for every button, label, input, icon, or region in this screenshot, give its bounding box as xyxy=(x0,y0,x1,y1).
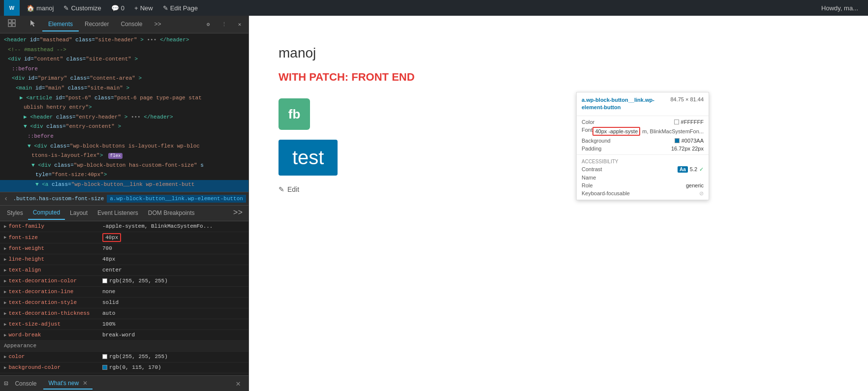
page-content: manoj WITH PATCH: FRONT END fb test ✎ Ed… xyxy=(249,16,868,391)
element-tooltip: a.wp-block-button__link.wp-element-butto… xyxy=(576,92,709,200)
tab-computed[interactable]: Computed xyxy=(28,206,65,220)
more-options-icon[interactable]: ⋮ xyxy=(217,18,231,31)
edit-link[interactable]: ✎ Edit xyxy=(279,185,838,193)
font-highlight: 40px -apple-syste xyxy=(592,127,640,136)
close-devtools-icon[interactable]: ✕ xyxy=(233,18,247,31)
devtools-panel: Elements Recorder Console >> ⚙ ⋮ ✕ <head… xyxy=(0,16,249,391)
tooltip-row-keyboard: Keyboard-focusable ⊘ xyxy=(582,189,704,198)
tooltip-row-font: Font 40px -apple-system, BlinkMacSystemF… xyxy=(582,126,704,137)
settings-icon[interactable]: ⚙ xyxy=(201,18,215,31)
aa-badge: Aa xyxy=(678,166,688,173)
computed-row-text-decoration-color: ▶text-decoration-color rgb(255, 255, 255… xyxy=(0,276,248,287)
tree-line[interactable]: tyle="font-size:40px"> xyxy=(0,170,248,180)
svg-text:W: W xyxy=(9,5,15,11)
tooltip-selector: a.wp-block-button__link.wp-element-butto… xyxy=(582,96,660,112)
breadcrumb-arrow-right[interactable]: › xyxy=(246,195,248,203)
edit-icon: ✎ xyxy=(163,4,168,12)
tree-line[interactable]: ttons-is-layout-flex"> flex xyxy=(0,151,248,161)
tree-line[interactable]: ▶ <header class="entry-header" > ••• </h… xyxy=(0,113,248,122)
devtools-top-tabs: Elements Recorder Console >> ⚙ ⋮ ✕ xyxy=(0,16,248,33)
computed-panel[interactable]: ▶font-family -apple-system, BlinkMacSyst… xyxy=(0,221,248,376)
devtools-icons: ⚙ ⋮ ✕ xyxy=(201,18,247,31)
breadcrumb-arrow-left[interactable]: ‹ xyxy=(2,195,10,203)
breadcrumb-item-1[interactable]: .button.has-custom-font-size xyxy=(10,195,107,203)
devtools-inspect-icon xyxy=(8,22,16,29)
tab-whats-new[interactable]: What's new ✕ xyxy=(43,378,93,390)
computed-row-word-break: ▶word-break break-word xyxy=(0,330,248,341)
comments-link[interactable]: 💬 0 xyxy=(106,0,129,16)
bottom-bar: ⊡ Console What's new ✕ ✕ xyxy=(0,375,248,391)
tree-line[interactable]: ublish hentry entry"> xyxy=(0,103,248,113)
computed-row-line-height: ▶line-height 48px xyxy=(0,254,248,265)
keyboard-focusable-icon: ⊘ xyxy=(699,190,704,197)
tab-event-listeners[interactable]: Event Listeners xyxy=(93,207,143,219)
computed-row-font-weight: ▶font-weight 700 xyxy=(0,243,248,254)
tree-line-selected[interactable]: ▼ <a class="wp-block-button__link wp-ele… xyxy=(0,180,248,190)
breadcrumb-bar: ‹ .button.has-custom-font-size a.wp-bloc… xyxy=(0,192,248,206)
computed-row-text-align: ▶text-align center xyxy=(0,265,248,276)
svg-rect-2 xyxy=(8,20,11,23)
tab-more-style[interactable]: >> xyxy=(229,209,247,217)
wp-admin-bar: W 🏠 manoj ✎ Customize 💬 0 + New ✎ Edit P… xyxy=(0,0,868,16)
computed-row-text-decoration-thickness: ▶text-decoration-thickness auto xyxy=(0,308,248,319)
tab-layout[interactable]: Layout xyxy=(65,207,93,219)
tab-styles[interactable]: Styles xyxy=(2,207,28,219)
tree-line[interactable]: <div id="content" class="site-content" > xyxy=(0,55,248,64)
tooltip-color-swatch xyxy=(674,120,679,124)
computed-row-text-decoration-style: ▶text-decoration-style solid xyxy=(0,298,248,308)
color-swatch-2 xyxy=(102,354,107,359)
computed-row-text-size-adjust: ▶text-size-adjust 100% xyxy=(0,319,248,330)
computed-row-background-color: ▶background-color rgb(0, 115, 170) xyxy=(0,362,248,373)
tree-line[interactable]: ▼ <div class="wp-block-button has-custom… xyxy=(0,161,248,171)
tree-line[interactable]: <div id="primary" class="content-area" > xyxy=(0,74,248,84)
color-swatch xyxy=(102,278,107,283)
tooltip-row-name: Name xyxy=(582,174,704,181)
tab-recorder[interactable] xyxy=(2,16,24,32)
fb-button[interactable]: fb xyxy=(279,98,310,130)
computed-row-color: ▶color rgb(255, 255, 255) xyxy=(0,352,248,362)
bg-color-swatch xyxy=(102,365,107,370)
tab-cursor[interactable] xyxy=(24,17,42,32)
tooltip-row-color: Color #FFFFFF xyxy=(582,118,704,126)
tab-recorder[interactable]: Recorder xyxy=(79,18,115,31)
page-title: manoj xyxy=(279,45,838,61)
close-bottom-bar[interactable]: ✕ xyxy=(232,379,245,389)
tree-line[interactable]: ▶ <article id="post-6" class="post-6 pag… xyxy=(0,93,248,103)
tree-line[interactable]: ▼ <div class="entry-content" > xyxy=(0,122,248,132)
tree-line[interactable]: <header id="masthead" class="site-header… xyxy=(0,35,248,45)
svg-marker-6 xyxy=(31,20,35,27)
tab-elements[interactable]: Elements xyxy=(42,18,79,31)
test-button[interactable]: test xyxy=(279,140,338,176)
plus-icon: + xyxy=(134,4,138,12)
edit-page-link[interactable]: ✎ Edit Page xyxy=(158,0,203,16)
tree-line[interactable]: ▼ <div class="wp-block-buttons is-layout… xyxy=(0,142,248,151)
tab-console[interactable]: Console xyxy=(115,18,148,31)
wp-logo-icon[interactable]: W xyxy=(4,0,20,16)
tree-line[interactable]: <!-- #masthead --> xyxy=(0,45,248,55)
tab-dom-breakpoints[interactable]: DOM Breakpoints xyxy=(143,207,200,219)
pencil-icon: ✎ xyxy=(279,185,284,193)
computed-row-font-size: ▶font-size 40px xyxy=(0,232,248,243)
breadcrumb-item-2[interactable]: a.wp-block-button__link.wp-element-butto… xyxy=(107,195,246,203)
wp-page-preview: a.wp-block-button__link.wp-element-butto… xyxy=(249,16,868,391)
tab-console-bottom[interactable]: Console xyxy=(10,378,41,389)
comments-icon: 💬 xyxy=(111,4,119,12)
tooltip-bg-swatch xyxy=(675,138,680,143)
svg-rect-5 xyxy=(12,24,15,27)
close-whats-new[interactable]: ✕ xyxy=(83,380,88,387)
svg-rect-4 xyxy=(8,24,11,27)
tooltip-row-padding: Padding 16.72px 22px xyxy=(582,145,704,152)
new-link[interactable]: + New xyxy=(129,0,158,16)
devtools-container: Elements Recorder Console >> ⚙ ⋮ ✕ <head… xyxy=(0,16,868,391)
site-name-link[interactable]: 🏠 manoj xyxy=(22,0,59,16)
tree-line[interactable]: ::before xyxy=(0,64,248,74)
tree-line[interactable]: <main id="main" class="site-main" > xyxy=(0,84,248,93)
tree-line[interactable]: ::before xyxy=(0,132,248,142)
svg-rect-3 xyxy=(12,20,15,23)
appearance-section: Appearance xyxy=(0,341,248,352)
html-tree[interactable]: <header id="masthead" class="site-header… xyxy=(0,33,248,192)
tab-more[interactable]: >> xyxy=(148,18,167,31)
check-icon: ✓ xyxy=(699,166,704,173)
tooltip-row-role: Role generic xyxy=(582,181,704,189)
customize-link[interactable]: ✎ Customize xyxy=(59,0,106,16)
